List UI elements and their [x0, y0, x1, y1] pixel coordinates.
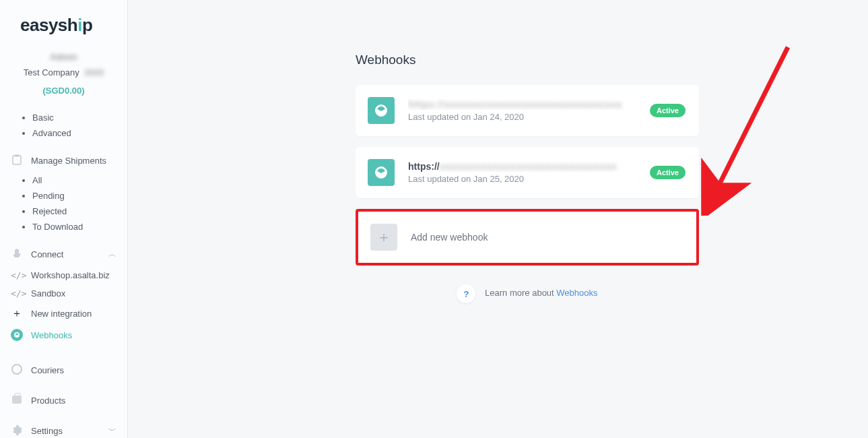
plus-icon: ＋	[370, 224, 397, 251]
code-icon: </>	[11, 288, 23, 299]
sidebar-item-label: Workshop.asalta.biz	[31, 270, 110, 280]
webhook-card[interactable]: https://xxxxxxxxxxxxxxxxxxxxxxxxxxxxxx L…	[356, 85, 699, 136]
connect-section[interactable]: Connect ︿	[0, 243, 127, 266]
plus-icon: ＋	[11, 307, 23, 321]
account-company: Test Company 2020	[5, 66, 122, 80]
quote-levels-list: Basic Advanced	[32, 110, 127, 141]
add-webhook-button[interactable]: ＋ Add new webhook	[358, 212, 696, 263]
couriers-label: Couriers	[31, 365, 64, 375]
sidebar-item-sandbox[interactable]: </> Sandbox	[0, 284, 127, 303]
bag-icon	[11, 396, 23, 406]
chevron-down-icon: ﹀	[108, 425, 116, 437]
svg-rect-0	[13, 156, 21, 164]
code-icon: </>	[11, 270, 23, 280]
account-balance[interactable]: (SGD0.00)	[5, 84, 122, 98]
svg-rect-1	[15, 155, 19, 157]
manage-shipments-section[interactable]: Manage Shipments	[0, 149, 127, 173]
annotation-highlight: ＋ Add new webhook	[356, 209, 699, 265]
products-section[interactable]: Products	[0, 390, 127, 411]
gear-icon	[11, 425, 23, 437]
manage-shipments-label: Manage Shipments	[31, 156, 106, 166]
sidebar-item-label: Webhooks	[31, 330, 72, 340]
couriers-section[interactable]: Couriers	[0, 358, 127, 382]
connect-label: Connect	[31, 249, 63, 259]
webhook-glyph-icon	[368, 159, 395, 186]
main-content: Webhooks https://xxxxxxxxxxxxxxxxxxxxxxx…	[128, 0, 868, 438]
courier-icon	[11, 364, 23, 377]
page-title: Webhooks	[356, 53, 699, 67]
account-summary: Admin Test Company 2020 (SGD0.00)	[0, 51, 127, 98]
status-badge: Active	[650, 104, 686, 117]
status-badge: Active	[650, 166, 686, 179]
learn-more-text: Learn more about	[485, 288, 556, 298]
sidebar-item-rejected[interactable]: Rejected	[32, 204, 127, 219]
manage-shipments-list: All Pending Rejected To Download	[32, 173, 127, 234]
add-webhook-label: Add new webhook	[411, 232, 488, 243]
webhook-url: https://xxxxxxxxxxxxxxxxxxxxxxxxxxxxxx	[408, 99, 636, 110]
sidebar-item-label: New integration	[31, 309, 92, 319]
nav: Basic Advanced Manage Shipments All Pend…	[0, 110, 127, 438]
sidebar-item-to-download[interactable]: To Download	[32, 219, 127, 234]
sidebar: easyship Admin Test Company 2020 (SGD0.0…	[0, 0, 128, 438]
webhook-card[interactable]: https://xxxxxxxxxxxxxxxxxxxxxxxxxxxxxx L…	[356, 147, 699, 198]
sidebar-item-advanced[interactable]: Advanced	[32, 125, 127, 141]
chevron-up-icon: ︿	[108, 249, 116, 260]
settings-label: Settings	[31, 426, 63, 436]
sidebar-item-pending[interactable]: Pending	[32, 188, 127, 204]
webhook-url: https://xxxxxxxxxxxxxxxxxxxxxxxxxxxxxx	[408, 161, 636, 172]
account-name-blurred: Admin	[5, 51, 122, 65]
sidebar-item-new-integration[interactable]: ＋ New integration	[0, 303, 127, 325]
learn-more-row: ? Learn more about Webhooks	[356, 284, 699, 303]
learn-more-link[interactable]: Webhooks	[556, 288, 597, 298]
webhook-updated: Last updated on Jan 24, 2020	[408, 112, 636, 122]
settings-section[interactable]: Settings ﹀	[0, 419, 127, 438]
help-icon[interactable]: ?	[457, 284, 475, 303]
sidebar-item-label: Sandbox	[31, 288, 65, 299]
webhook-glyph-icon	[368, 97, 395, 124]
webhook-icon	[11, 329, 23, 341]
sidebar-item-workshop[interactable]: </> Workshop.asalta.biz	[0, 266, 127, 284]
hand-icon	[11, 248, 23, 261]
logo[interactable]: easyship	[0, 0, 127, 42]
clipboard-icon	[11, 154, 23, 167]
sidebar-item-all[interactable]: All	[32, 173, 127, 188]
sidebar-item-webhooks[interactable]: Webhooks	[0, 325, 127, 345]
products-label: Products	[31, 396, 65, 406]
sidebar-item-basic[interactable]: Basic	[32, 110, 127, 125]
webhook-updated: Last updated on Jan 25, 2020	[408, 174, 636, 184]
